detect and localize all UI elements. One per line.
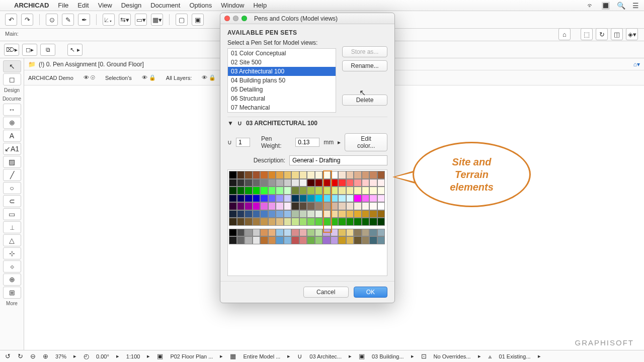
color-swatch[interactable] xyxy=(260,195,268,203)
color-swatch[interactable] xyxy=(338,229,346,237)
color-swatch[interactable] xyxy=(307,195,315,203)
color-swatch[interactable] xyxy=(245,195,253,203)
pen-button[interactable]: ✒ xyxy=(78,14,90,26)
color-swatch[interactable] xyxy=(253,195,261,203)
rename-button[interactable]: Rename... xyxy=(342,60,387,71)
next-view-icon[interactable]: ↻ xyxy=(18,352,23,360)
color-swatch[interactable] xyxy=(354,187,362,195)
status-item-5[interactable]: 01 Existing... xyxy=(499,353,531,359)
color-swatch[interactable] xyxy=(268,195,276,203)
color-swatch[interactable] xyxy=(323,229,331,237)
measure-button[interactable]: ⇆▾ xyxy=(119,14,131,26)
color-swatch[interactable] xyxy=(260,210,268,218)
marquee-tool-main[interactable]: ◻ xyxy=(3,73,21,85)
color-swatch[interactable] xyxy=(299,171,307,179)
color-swatch[interactable] xyxy=(323,179,331,187)
color-swatch[interactable] xyxy=(323,187,331,195)
color-swatch[interactable] xyxy=(276,171,284,179)
color-swatch[interactable] xyxy=(315,179,323,187)
color-swatch[interactable] xyxy=(237,179,245,187)
arrow-tool-main[interactable]: ↖ xyxy=(3,60,21,72)
scale-value[interactable]: 1:100 xyxy=(126,353,140,359)
color-swatch[interactable] xyxy=(229,202,237,210)
color-swatch[interactable] xyxy=(253,171,261,179)
penset-item[interactable]: 05 Detailing xyxy=(228,85,336,94)
app-menu[interactable]: ARCHICAD xyxy=(14,2,49,9)
color-swatch[interactable] xyxy=(291,195,299,203)
dimension-button[interactable]: ▭▾ xyxy=(135,14,147,26)
color-swatch[interactable] xyxy=(323,210,331,218)
color-swatch[interactable] xyxy=(276,179,284,187)
color-swatch[interactable] xyxy=(245,210,253,218)
fill-tool[interactable]: ▨ xyxy=(3,156,21,168)
color-swatch[interactable] xyxy=(284,195,292,203)
color-swatch[interactable] xyxy=(253,179,261,187)
color-swatch[interactable] xyxy=(307,229,315,237)
menu-design[interactable]: Design xyxy=(121,2,141,9)
nav-layers-button[interactable]: ◈▾ xyxy=(626,28,638,40)
label-tool[interactable]: ↙A1 xyxy=(3,143,21,155)
view-mode-button[interactable]: ▢ xyxy=(176,14,188,26)
drawing-tool[interactable]: ▭ xyxy=(3,208,21,220)
color-swatch[interactable] xyxy=(276,236,284,244)
eye2-icon[interactable]: 👁 🔒 xyxy=(142,74,156,81)
color-swatch[interactable] xyxy=(291,171,299,179)
palette-grid-1[interactable] xyxy=(229,171,386,226)
color-swatch[interactable] xyxy=(338,236,346,244)
find-select-button[interactable]: ⊙ xyxy=(46,14,58,26)
color-swatch[interactable] xyxy=(362,171,370,179)
disclosure-icon[interactable]: ▼ xyxy=(227,120,233,127)
menu-document[interactable]: Document xyxy=(150,2,180,9)
color-swatch[interactable] xyxy=(276,202,284,210)
color-swatch[interactable] xyxy=(245,179,253,187)
color-swatch[interactable] xyxy=(346,236,354,244)
color-swatch[interactable] xyxy=(323,202,331,210)
battery-icon[interactable]: 🔳 xyxy=(601,2,610,10)
color-swatch[interactable] xyxy=(323,171,331,179)
color-swatch[interactable] xyxy=(362,202,370,210)
color-swatch[interactable] xyxy=(331,195,339,203)
status-item-4[interactable]: No Overrides... xyxy=(434,353,471,359)
circle-tool[interactable]: ○ xyxy=(3,182,21,194)
pen-weight-field[interactable] xyxy=(295,138,319,147)
color-swatch[interactable] xyxy=(338,171,346,179)
color-swatch[interactable] xyxy=(307,202,315,210)
color-swatch[interactable] xyxy=(377,229,385,237)
color-swatch[interactable] xyxy=(276,195,284,203)
nav-fit-button[interactable]: ⬚ xyxy=(581,28,593,40)
spotlight-icon[interactable]: 🔍 xyxy=(617,2,625,10)
color-swatch[interactable] xyxy=(362,229,370,237)
prev-view-icon[interactable]: ↺ xyxy=(5,352,11,360)
color-swatch[interactable] xyxy=(260,218,268,226)
color-swatch[interactable] xyxy=(237,210,245,218)
color-swatch[interactable] xyxy=(260,202,268,210)
color-swatch[interactable] xyxy=(260,187,268,195)
color-swatch[interactable] xyxy=(354,229,362,237)
color-swatch[interactable] xyxy=(315,195,323,203)
status-item-2[interactable]: 03 Architec... xyxy=(309,353,342,359)
color-swatch[interactable] xyxy=(315,202,323,210)
elev-tool[interactable]: △ xyxy=(3,234,21,246)
color-swatch[interactable] xyxy=(299,195,307,203)
palette-grid-2[interactable] xyxy=(229,229,386,244)
color-swatch[interactable] xyxy=(354,179,362,187)
color-swatch[interactable] xyxy=(315,187,323,195)
color-swatch[interactable] xyxy=(369,195,377,203)
color-swatch[interactable] xyxy=(338,187,346,195)
color-swatch[interactable] xyxy=(276,229,284,237)
color-swatch[interactable] xyxy=(299,179,307,187)
color-swatch[interactable] xyxy=(291,179,299,187)
menu-help[interactable]: Help xyxy=(253,2,267,9)
color-swatch[interactable] xyxy=(354,202,362,210)
color-swatch[interactable] xyxy=(315,236,323,244)
color-swatch[interactable] xyxy=(268,236,276,244)
color-swatch[interactable] xyxy=(362,179,370,187)
menu-edit[interactable]: Edit xyxy=(77,2,89,9)
color-swatch[interactable] xyxy=(323,236,331,244)
color-swatch[interactable] xyxy=(346,210,354,218)
eye1-icon[interactable]: 👁 ⦾ xyxy=(84,74,95,81)
color-swatch[interactable] xyxy=(354,236,362,244)
color-swatch[interactable] xyxy=(291,210,299,218)
color-swatch[interactable] xyxy=(276,218,284,226)
axis-button[interactable]: ⟀▾ xyxy=(103,14,115,26)
